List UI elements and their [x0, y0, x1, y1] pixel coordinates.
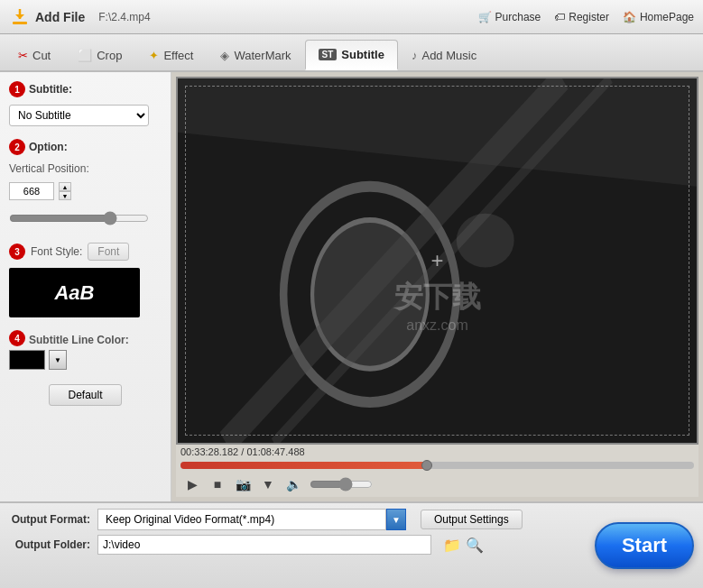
play-icon: ▶: [188, 477, 198, 492]
font-style-label: Font Style:: [31, 245, 82, 258]
subtitle-section-label: Subtitle:: [29, 83, 72, 96]
format-select-wrapper: ▼: [97, 509, 406, 530]
time-display: 00:33:28.182 / 01:08:47.488: [176, 445, 698, 459]
main-content: 1 Subtitle: No Subtitle Custom... 2 Opti…: [0, 72, 703, 501]
video-bg: + 安下载 anxz.com: [178, 78, 697, 443]
folder-input[interactable]: [97, 535, 431, 555]
progress-track[interactable]: [180, 462, 694, 469]
tab-watermark[interactable]: ◈ WaterMark: [207, 40, 304, 70]
time-total: 01:08:47.488: [246, 446, 304, 457]
color-badge: 4: [9, 330, 25, 346]
watermark-icon: ◈: [220, 49, 229, 62]
browse-folder-button[interactable]: 📁: [442, 535, 462, 555]
vpos-slider[interactable]: [9, 211, 149, 225]
progress-bar-container: [176, 459, 698, 472]
vpos-slider-container: [9, 211, 149, 228]
tab-addmusic[interactable]: ♪ Add Music: [398, 40, 490, 70]
format-label: Output Format:: [9, 513, 90, 526]
add-file-icon: [9, 6, 31, 28]
subtitle-section-header: 1 Subtitle:: [9, 81, 162, 97]
vpos-down-btn[interactable]: ▼: [59, 191, 71, 200]
volume-slider[interactable]: [310, 477, 373, 492]
controls-bar: ▶ ■ 📷 ▼ 🔈: [176, 472, 698, 497]
vpos-input[interactable]: [9, 182, 54, 200]
color-dropdown-btn[interactable]: ▼: [49, 350, 67, 370]
top-bar: Add File F:\2.4.mp4 🛒 Purchase 🏷 Registe…: [0, 0, 703, 34]
snapshot-icon: 📷: [236, 477, 251, 492]
tab-effect[interactable]: ✦ Effect: [135, 40, 207, 70]
color-label: Subtitle Line Color:: [29, 334, 129, 346]
tab-cut[interactable]: ✂ Cut: [5, 40, 64, 70]
add-file-button[interactable]: Add File: [9, 6, 85, 28]
tab-bar: ✂ Cut ⬜ Crop ✦ Effect ◈ WaterMark ST Sub…: [0, 34, 703, 72]
dropdown-arrow-icon: ▼: [262, 477, 274, 492]
search-folder-button[interactable]: 🔍: [465, 535, 485, 555]
color-section: 4 Subtitle Line Color: ▼: [9, 330, 162, 370]
output-folder-row: Output Folder: 📁 🔍: [9, 535, 694, 555]
purchase-icon: 🛒: [478, 11, 492, 23]
vpos-label: Vertical Position:: [9, 162, 89, 175]
font-preview-box: AaB: [9, 268, 140, 317]
subtitle-icon: ST: [319, 49, 338, 60]
start-button[interactable]: Start: [595, 522, 694, 569]
option-badge: 2: [9, 139, 25, 155]
add-file-label: Add File: [35, 10, 85, 24]
option-section-header: 2 Option:: [9, 139, 162, 155]
purchase-link[interactable]: 🛒 Purchase: [478, 11, 541, 23]
music-icon: ♪: [412, 49, 418, 62]
format-dropdown-btn[interactable]: ▼: [386, 509, 406, 530]
speaker-icon: 🔈: [286, 477, 301, 492]
format-input[interactable]: [97, 509, 386, 530]
progress-fill: [180, 462, 427, 469]
font-style-badge: 3: [9, 243, 25, 260]
progress-thumb[interactable]: [421, 460, 432, 471]
time-current: 00:33:28.182: [180, 446, 238, 457]
preview-text: AaB: [54, 281, 94, 305]
scissors-icon: ✂: [18, 49, 28, 62]
vpos-up-btn[interactable]: ▲: [59, 182, 71, 191]
right-panel: + 安下载 anxz.com 00:33:28.182 / 01:08:47.4…: [171, 72, 703, 501]
vpos-spinner: ▲ ▼: [59, 182, 71, 200]
video-container: + 安下载 anxz.com: [176, 77, 698, 445]
file-path: F:\2.4.mp4: [98, 11, 477, 23]
output-section: Output Format: ▼ Output Settings Output …: [0, 501, 703, 588]
output-format-row: Output Format: ▼ Output Settings: [9, 509, 694, 530]
register-link[interactable]: 🏷 Register: [554, 11, 609, 23]
tab-crop[interactable]: ⬜ Crop: [64, 40, 135, 70]
left-panel: 1 Subtitle: No Subtitle Custom... 2 Opti…: [0, 72, 171, 501]
folder-action-btns: 📁 🔍: [442, 535, 485, 555]
color-picker-row: ▼: [9, 350, 162, 370]
option-label: Option:: [29, 141, 68, 153]
svg-rect-2: [13, 22, 27, 24]
output-settings-button[interactable]: Output Settings: [421, 510, 523, 529]
font-button[interactable]: Font: [88, 243, 129, 261]
color-box[interactable]: [9, 350, 45, 370]
vpos-input-row: ▲ ▼: [9, 182, 162, 200]
folder-label: Output Folder:: [9, 538, 90, 551]
plus-icon: +: [430, 248, 443, 273]
register-icon: 🏷: [554, 11, 565, 23]
snapshot-button[interactable]: 📷: [234, 475, 252, 493]
subtitle-select[interactable]: No Subtitle Custom...: [9, 105, 149, 126]
subtitle-badge: 1: [9, 81, 25, 97]
default-button[interactable]: Default: [49, 384, 121, 406]
effect-icon: ✦: [149, 49, 159, 62]
vertical-position-row: Vertical Position:: [9, 162, 162, 175]
top-links: 🛒 Purchase 🏷 Register 🏠 HomePage: [478, 11, 694, 23]
color-section-header: 4 Subtitle Line Color:: [9, 330, 162, 346]
stop-button[interactable]: ■: [208, 475, 227, 493]
font-style-header: 3 Font Style: Font: [9, 243, 162, 261]
home-icon: 🏠: [623, 11, 636, 23]
stop-icon: ■: [214, 477, 221, 492]
svg-marker-1: [15, 14, 24, 19]
homepage-link[interactable]: 🏠 HomePage: [623, 11, 694, 23]
volume-icon: 🔈: [284, 475, 302, 493]
play-button[interactable]: ▶: [183, 475, 201, 493]
snapshot-dropdown-btn[interactable]: ▼: [259, 475, 277, 493]
tab-subtitle[interactable]: ST Subtitle: [305, 40, 398, 70]
crop-icon: ⬜: [78, 49, 92, 62]
